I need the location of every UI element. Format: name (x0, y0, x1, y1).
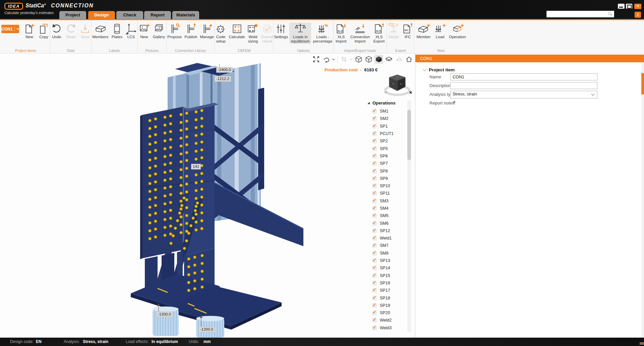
tab-project[interactable]: Project (59, 11, 86, 19)
operation-item[interactable]: SM4 (372, 205, 409, 212)
checkbox-checked-icon[interactable] (372, 296, 377, 300)
project-item-dropdown[interactable]: CON1 (1, 25, 19, 33)
dimension-label[interactable]: -2400.0 (216, 67, 233, 73)
operation-item[interactable]: SP14 (372, 264, 409, 272)
operations-scrollbar[interactable] (407, 100, 411, 332)
checkbox-checked-icon[interactable] (372, 146, 377, 151)
dimension-label[interactable]: -1200.0 (156, 312, 173, 317)
checkbox-checked-icon[interactable] (372, 258, 377, 263)
lcs-labels-button[interactable]: LCS (125, 22, 137, 40)
operation-item[interactable]: SP1 (372, 123, 409, 130)
search-icon[interactable] (608, 12, 611, 15)
collapse-triangle-icon[interactable] (367, 102, 370, 104)
new-load-button[interactable]: Load (433, 22, 447, 40)
new-picture-button[interactable]: New (138, 22, 151, 40)
description-input[interactable] (450, 82, 597, 89)
viewport-3d[interactable]: Production cost - 6183 € -2400.0 -1212.2… (0, 54, 415, 338)
operation-item[interactable]: Weld3 (372, 324, 409, 332)
project-item-section[interactable]: Project item (423, 67, 455, 72)
operation-item[interactable]: SP12 (372, 227, 409, 234)
checkbox-checked-icon[interactable] (372, 318, 377, 323)
new-member-button[interactable]: Member (415, 22, 432, 40)
solid-view-button[interactable] (374, 55, 383, 64)
gallery-button[interactable]: Gallery (152, 22, 166, 40)
navigation-cube[interactable] (382, 71, 414, 98)
loads-percentage-button[interactable]: % Loads - percentage (312, 22, 333, 44)
checkbox-checked-icon[interactable] (372, 131, 377, 136)
operation-item[interactable]: SM2 (372, 115, 409, 122)
wireframe-view-button[interactable] (354, 55, 363, 64)
settings-button[interactable]: Settings (274, 22, 288, 40)
undo-button[interactable]: Undo (50, 22, 63, 40)
checkbox-checked-icon[interactable] (372, 221, 377, 226)
checkbox-checked-icon[interactable] (372, 124, 377, 129)
tab-design[interactable]: Design (88, 11, 115, 19)
operation-item[interactable]: SP16 (372, 279, 409, 287)
operation-item[interactable]: SM7 (372, 242, 409, 249)
add-report-note-button[interactable]: + (452, 99, 457, 105)
operation-item[interactable]: SP10 (372, 182, 409, 190)
tab-materials[interactable]: Materials (172, 11, 199, 19)
checkbox-checked-icon[interactable] (372, 213, 377, 218)
operation-item[interactable]: SP13 (372, 257, 409, 264)
propose-button[interactable]: Propose (167, 22, 183, 40)
properties-scrollbar[interactable] (641, 62, 644, 338)
operation-item[interactable]: SP8 (372, 167, 409, 175)
checkbox-checked-icon[interactable] (372, 116, 377, 121)
copy-project-item-button[interactable]: Copy (37, 22, 51, 40)
operation-item[interactable]: SP5 (372, 145, 409, 152)
checkbox-checked-icon[interactable] (372, 266, 377, 270)
checkbox-checked-icon[interactable] (372, 236, 377, 240)
name-input[interactable] (450, 73, 597, 80)
home-view-button[interactable] (405, 55, 413, 64)
checkbox-checked-icon[interactable] (372, 310, 377, 315)
tab-check[interactable]: Check (116, 11, 143, 19)
checkbox-checked-icon[interactable] (372, 303, 377, 308)
operation-item[interactable]: SM6 (372, 219, 409, 227)
checkbox-checked-icon[interactable] (372, 281, 377, 285)
connection-import-button[interactable]: Connection Import (350, 22, 370, 44)
operation-item[interactable]: SM1 (372, 108, 409, 115)
orbit-chevron-icon[interactable] (332, 58, 335, 61)
connection-3d-model[interactable] (0, 54, 415, 338)
operation-item[interactable]: SP6 (372, 152, 409, 160)
operation-item[interactable]: Weld2 (372, 317, 409, 324)
checkbox-checked-icon[interactable] (372, 228, 377, 233)
orbit-button[interactable] (322, 55, 331, 64)
operations-header[interactable]: Operations (367, 100, 396, 106)
transparent-view-button[interactable] (385, 55, 393, 64)
hidden-edges-view-button[interactable] (364, 55, 373, 64)
operation-item[interactable]: SP17 (372, 287, 409, 294)
new-project-item-button[interactable]: New (23, 22, 36, 40)
checkbox-checked-icon[interactable] (372, 243, 377, 248)
checkbox-checked-icon[interactable] (372, 139, 377, 143)
dimension-label[interactable]: 141 (191, 164, 201, 169)
checkbox-checked-icon[interactable] (372, 288, 377, 293)
checkbox-checked-icon[interactable] (372, 184, 377, 188)
analysis-type-select[interactable]: Stress, strain (450, 91, 597, 98)
checkbox-checked-icon[interactable] (372, 273, 377, 278)
search-input[interactable] (548, 11, 607, 17)
operation-item[interactable]: PCUT1 (372, 130, 409, 137)
operation-item[interactable]: SM5 (372, 212, 409, 219)
checkbox-checked-icon[interactable] (372, 206, 377, 211)
checkbox-checked-icon[interactable] (372, 199, 377, 203)
operation-item[interactable]: SM8 (372, 250, 409, 257)
members-labels-button[interactable]: Members (92, 22, 109, 40)
plates-labels-button[interactable]: Plates (110, 22, 124, 40)
zoom-to-fit-button[interactable] (312, 55, 320, 64)
info-button[interactable]: i (635, 12, 641, 18)
loads-in-equilibrium-button[interactable]: Loads in equilibrium (289, 22, 311, 44)
close-button[interactable]: × (634, 4, 641, 9)
new-operation-button[interactable]: Operation (448, 22, 467, 40)
operation-item[interactable]: SP18 (372, 294, 409, 301)
weld-sizing-button[interactable]: Weld sizing (246, 22, 259, 44)
checkbox-checked-icon[interactable] (372, 176, 377, 181)
code-setup-button[interactable]: Code setup (214, 22, 228, 44)
dimension-label[interactable]: -1212.2 (215, 76, 231, 82)
operation-item[interactable]: SP19 (372, 302, 409, 309)
checkbox-checked-icon[interactable] (372, 161, 377, 166)
operation-item[interactable]: SP9 (372, 175, 409, 182)
operation-item[interactable]: SP15 (372, 272, 409, 279)
checkbox-checked-icon[interactable] (372, 326, 377, 330)
